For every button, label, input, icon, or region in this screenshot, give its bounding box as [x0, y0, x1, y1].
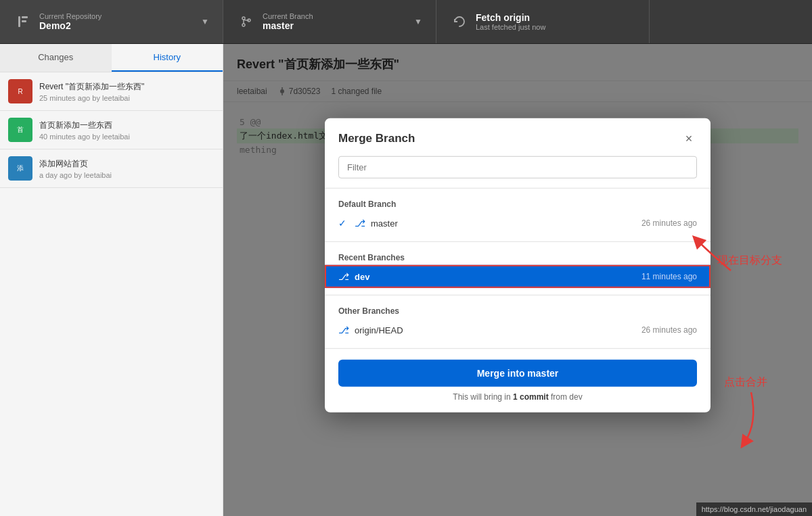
branch-chevron-icon: ▼: [414, 17, 422, 26]
branch-icon: ⎇: [355, 218, 365, 229]
tab-history[interactable]: History: [112, 44, 223, 72]
branch-item-master[interactable]: ✓ ⎇ master 26 minutes ago: [325, 212, 710, 235]
avatar: R: [8, 79, 32, 103]
svg-rect-1: [22, 16, 28, 18]
avatar: 首: [8, 118, 32, 142]
branch-time: 11 minutes ago: [641, 272, 697, 281]
sidebar-tabs: Changes History: [0, 44, 223, 72]
other-branch-section: Other Branches ⎇ origin/HEAD 26 minutes …: [325, 296, 710, 348]
branch-name: master: [263, 20, 407, 31]
branch-name: dev: [355, 271, 369, 281]
branch-icon: [237, 12, 256, 31]
branch-name: origin/HEAD: [355, 325, 403, 335]
list-item[interactable]: R Revert "首页新添加一些东西" 25 minutes ago by l…: [0, 72, 223, 111]
list-item[interactable]: 添 添加网站首页 a day ago by leetaibai: [0, 149, 223, 188]
branch-label: Current Branch: [263, 12, 407, 20]
modal-title: Merge Branch: [338, 132, 415, 145]
commit-meta: 25 minutes ago by leetaibai: [39, 94, 144, 102]
current-branch-button[interactable]: Current Branch master ▼: [223, 0, 436, 43]
merge-subtitle: This will bring in 1 commit from dev: [338, 392, 697, 402]
repo-chevron-icon: ▼: [201, 17, 209, 26]
commit-title: Revert "首页新添加一些东西": [39, 81, 144, 93]
filter-input[interactable]: [338, 156, 697, 179]
fetch-sublabel: Last fetched just now: [476, 23, 635, 31]
list-item[interactable]: 首 首页新添加一些东西 40 minutes ago by leetaibai: [0, 111, 223, 149]
repo-icon: [14, 12, 32, 31]
check-icon: ✓: [338, 218, 346, 229]
commit-meta: 40 minutes ago by leetaibai: [39, 133, 130, 141]
modal-footer: Merge into master This will bring in 1 c…: [325, 348, 710, 413]
sidebar: Changes History R Revert "首页新添加一些东西" 25 …: [0, 44, 223, 516]
branch-icon: ⎇: [338, 271, 349, 282]
commit-title: 添加网站首页: [39, 158, 112, 170]
commit-list: R Revert "首页新添加一些东西" 25 minutes ago by l…: [0, 72, 223, 516]
refresh-icon: [450, 12, 469, 31]
toolbar: Current Repository Demo2 ▼ Current Branc…: [0, 0, 812, 44]
default-branch-section: Default Branch ✓ ⎇ master 26 minutes ago: [325, 189, 710, 241]
repo-name: Demo2: [39, 20, 194, 31]
commit-meta: a day ago by leetaibai: [39, 171, 112, 179]
branch-item-dev[interactable]: ⎇ dev 11 minutes ago: [325, 265, 710, 288]
right-panel: Revert "首页新添加一些东西" leetaibai 7d30523 1 c…: [223, 44, 812, 516]
tab-changes[interactable]: Changes: [0, 44, 112, 72]
fetch-origin-button[interactable]: Fetch origin Last fetched just now: [436, 0, 650, 43]
branch-time: 26 minutes ago: [641, 325, 697, 335]
fetch-label: Fetch origin: [476, 12, 635, 23]
svg-rect-0: [18, 16, 20, 27]
branch-time: 26 minutes ago: [641, 218, 697, 228]
main-content: Changes History R Revert "首页新添加一些东西" 25 …: [0, 44, 812, 516]
close-button[interactable]: ×: [681, 131, 697, 147]
default-branch-label: Default Branch: [325, 195, 710, 212]
svg-point-4: [242, 24, 245, 26]
branch-name: master: [371, 218, 398, 228]
other-branch-label: Other Branches: [325, 302, 710, 319]
branch-icon: ⎇: [338, 325, 349, 335]
recent-branch-section: Recent Branches ⎇ dev 11 minutes ago: [325, 242, 710, 295]
current-repository-button[interactable]: Current Repository Demo2 ▼: [0, 0, 223, 43]
recent-branch-label: Recent Branches: [325, 249, 710, 265]
repo-label: Current Repository: [39, 12, 194, 20]
watermark: https://blog.csdn.net/jiaodaguan: [696, 502, 812, 516]
svg-point-3: [242, 17, 245, 20]
merge-into-master-button[interactable]: Merge into master: [338, 360, 697, 387]
commit-title: 首页新添加一些东西: [39, 120, 130, 131]
svg-rect-2: [22, 20, 26, 22]
merge-branch-modal: Merge Branch × Default Branch ✓ ⎇ master…: [325, 118, 710, 413]
avatar: 添: [8, 156, 32, 181]
branch-item-origin-head[interactable]: ⎇ origin/HEAD 26 minutes ago: [325, 319, 710, 342]
